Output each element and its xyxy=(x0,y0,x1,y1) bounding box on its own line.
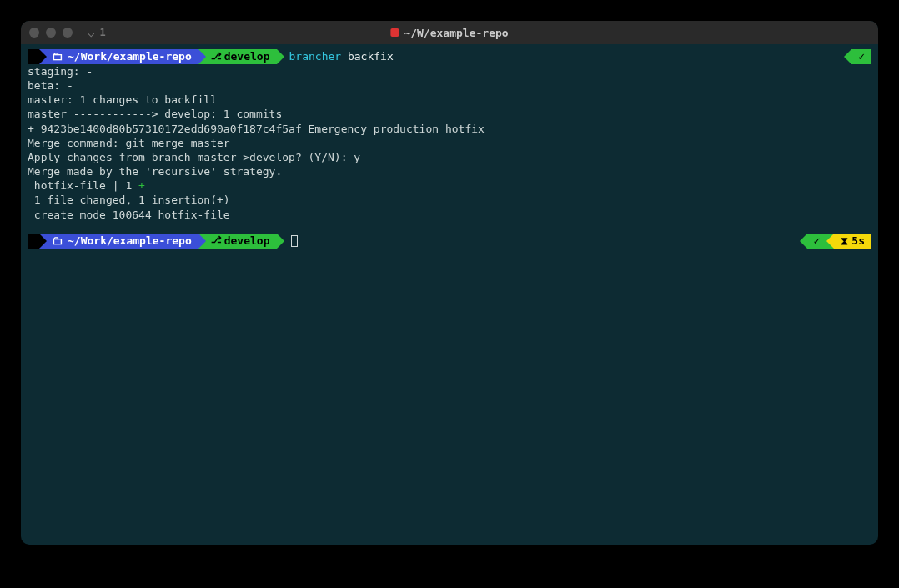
git-branch-icon: ⎇ xyxy=(211,234,222,247)
cursor[interactable] xyxy=(291,235,298,247)
prompt-path-segment: 🗀~/Work/example-repo xyxy=(47,234,198,249)
tab-split-icon: ⌵ xyxy=(88,26,94,39)
right-badges: ✓ xyxy=(844,49,871,64)
prompt-path-segment: 🗀~/Work/example-repo xyxy=(47,49,198,64)
window-titlebar[interactable]: ⌵ 1 ~/W/example-repo xyxy=(21,21,878,44)
check-icon: ✓ xyxy=(814,234,821,248)
chevron-icon xyxy=(198,49,206,64)
diff-file: hotfix-file | 1 xyxy=(28,179,138,192)
chevron-icon xyxy=(198,234,206,249)
output-line: hotfix-file | 1 + xyxy=(28,178,871,193)
output-line: master: 1 changes to backfill xyxy=(28,93,871,107)
cmd-tool: brancher xyxy=(289,50,342,63)
output-line: Apply changes from branch master->develo… xyxy=(28,150,871,164)
command-input[interactable]: brancher backfix xyxy=(289,49,394,63)
prompt-line-1: 🗀~/Work/example-repo ⎇develop brancher b… xyxy=(28,49,871,64)
prompt-os-segment xyxy=(28,49,39,64)
window-title: ~/W/example-repo xyxy=(390,27,508,39)
status-ok-badge: ✓ xyxy=(851,49,871,64)
spacer xyxy=(28,222,871,234)
output-line: + 9423be1400d80b57310172edd690a0f187c4f5… xyxy=(28,122,871,136)
prompt-os-segment xyxy=(28,234,39,249)
diff-plus: + xyxy=(138,179,145,192)
title-status-icon xyxy=(390,28,399,37)
prompt-line-2: 🗀~/Work/example-repo ⎇develop ✓ ⧗5s xyxy=(28,234,871,249)
git-branch-icon: ⎇ xyxy=(211,51,222,63)
traffic-lights xyxy=(29,28,73,38)
hourglass-icon: ⧗ xyxy=(841,234,848,248)
chevron-icon xyxy=(826,234,834,249)
prompt-branch: develop xyxy=(224,49,270,63)
chevron-icon xyxy=(844,49,851,64)
terminal-body[interactable]: 🗀~/Work/example-repo ⎇develop brancher b… xyxy=(21,44,878,545)
right-badges: ✓ ⧗5s xyxy=(800,234,871,249)
close-button[interactable] xyxy=(29,28,39,38)
chevron-icon xyxy=(39,49,47,64)
status-ok-badge: ✓ xyxy=(807,234,827,249)
output-line: beta: - xyxy=(28,78,871,93)
prompt-path: ~/Work/example-repo xyxy=(68,49,192,63)
output-line: Merge made by the 'recursive' strategy. xyxy=(28,164,871,178)
prompt-git-segment: ⎇develop xyxy=(206,234,277,249)
output-line: master ------------> develop: 1 commits xyxy=(28,107,871,121)
chevron-icon xyxy=(39,234,47,249)
cmd-arg: backfix xyxy=(348,50,394,63)
chevron-icon xyxy=(800,234,807,249)
duration-badge: ⧗5s xyxy=(834,234,871,249)
prompt-git-segment: ⎇develop xyxy=(206,49,277,64)
maximize-button[interactable] xyxy=(63,28,73,38)
check-icon: ✓ xyxy=(858,49,865,63)
title-path: ~/W/example-repo xyxy=(404,27,508,39)
output-line: 1 file changed, 1 insertion(+) xyxy=(28,193,871,207)
folder-icon: 🗀 xyxy=(52,49,63,63)
prompt-path: ~/Work/example-repo xyxy=(68,234,192,248)
chevron-icon xyxy=(277,49,284,64)
prompt-branch: develop xyxy=(224,234,270,248)
folder-icon: 🗀 xyxy=(52,234,63,248)
output-line: staging: - xyxy=(28,64,871,78)
output-line: create mode 100644 hotfix-file xyxy=(28,208,871,222)
output-line: Merge command: git merge master xyxy=(28,136,871,150)
minimize-button[interactable] xyxy=(46,28,56,38)
tab-number: 1 xyxy=(99,27,105,38)
tab-indicator[interactable]: ⌵ 1 xyxy=(88,26,106,39)
terminal-window: ⌵ 1 ~/W/example-repo 🗀~/Work/example-rep… xyxy=(21,21,878,545)
duration-value: 5s xyxy=(851,234,865,248)
chevron-icon xyxy=(277,234,284,249)
